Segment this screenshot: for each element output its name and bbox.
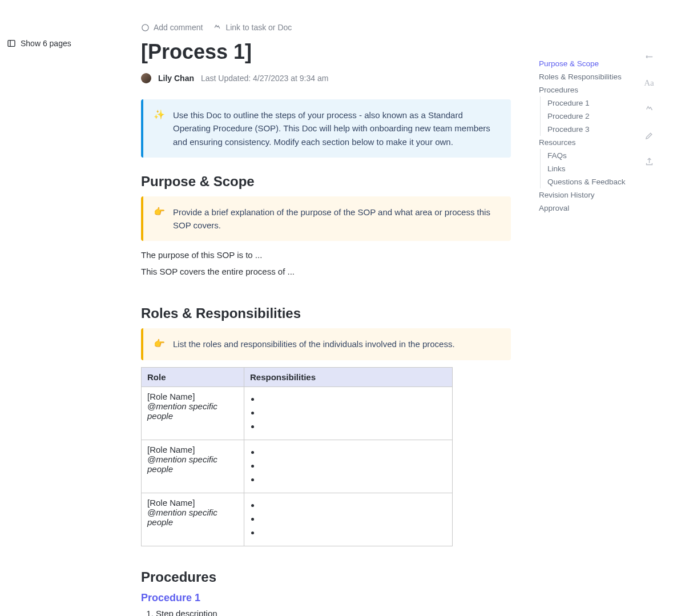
outline-link-procedure-3[interactable]: Procedure 3 <box>547 123 630 136</box>
sparkle-icon: ✨ <box>154 108 165 148</box>
responsibility-list[interactable] <box>250 394 446 433</box>
roles-table[interactable]: Role Responsibilities [Role Name]@mentio… <box>141 367 453 546</box>
width-toggle-icon[interactable] <box>644 51 654 62</box>
roles-heading[interactable]: Roles & Responsibilities <box>141 305 511 321</box>
outline-link-revision[interactable]: Revision History <box>539 188 630 202</box>
table-row[interactable]: [Role Name]@mention specific people <box>142 440 453 493</box>
role-name: [Role Name] <box>147 498 238 508</box>
show-pages-toggle[interactable]: Show 6 pages <box>7 39 71 48</box>
responsibility-list[interactable] <box>250 447 446 486</box>
author-name[interactable]: Lily Chan <box>158 74 194 83</box>
last-updated-value: 4/27/2023 at 9:34 am <box>253 74 328 83</box>
step-item[interactable]: Step description <box>156 609 511 617</box>
show-pages-label: Show 6 pages <box>21 39 71 48</box>
outline-link-faqs[interactable]: FAQs <box>547 149 630 162</box>
outline-link-resources[interactable]: Resources <box>539 136 630 149</box>
role-name: [Role Name] <box>147 392 238 401</box>
role-mention: @mention specific people <box>147 454 238 474</box>
meta-row: Lily Chan Last Updated: 4/27/2023 at 9:3… <box>141 73 511 83</box>
svg-point-2 <box>142 24 148 30</box>
doc-toolbar: Add comment Link to task or Doc <box>141 23 511 32</box>
outline-link-links[interactable]: Links <box>547 162 630 175</box>
add-comment-button[interactable]: Add comment <box>141 23 203 32</box>
outline-link-approval[interactable]: Approval <box>539 202 630 215</box>
role-name: [Role Name] <box>147 445 238 454</box>
last-updated: Last Updated: 4/27/2023 at 9:34 am <box>201 74 328 83</box>
roles-callout-text: List the roles and responsibilities of t… <box>173 337 455 351</box>
page-outline: Purpose & Scope Roles & Responsibilities… <box>539 57 630 215</box>
pointing-icon: 👉 <box>154 206 165 232</box>
last-updated-label: Last Updated: <box>201 74 251 83</box>
share-icon[interactable] <box>644 156 654 167</box>
author-avatar[interactable] <box>141 73 151 83</box>
document-main: Add comment Link to task or Doc [Process… <box>141 23 511 616</box>
outline-link-questions[interactable]: Questions & Feedback <box>547 175 630 188</box>
font-settings-icon[interactable]: Aa <box>644 78 654 88</box>
table-row[interactable]: [Role Name]@mention specific people <box>142 493 453 546</box>
outline-link-roles[interactable]: Roles & Responsibilities <box>539 70 630 83</box>
outline-link-procedure-2[interactable]: Procedure 2 <box>547 110 630 123</box>
role-mention: @mention specific people <box>147 508 238 527</box>
col-role: Role <box>142 367 244 386</box>
roles-callout[interactable]: 👉 List the roles and responsibilities of… <box>141 328 511 360</box>
comment-icon <box>141 23 150 32</box>
role-mention: @mention specific people <box>147 401 238 421</box>
table-row[interactable]: [Role Name]@mention specific people <box>142 386 453 440</box>
link-task-label: Link to task or Doc <box>225 23 292 32</box>
purpose-callout[interactable]: 👉 Provide a brief explanation of the pur… <box>141 196 511 241</box>
intro-callout[interactable]: ✨ Use this Doc to outline the steps of y… <box>141 99 511 158</box>
intro-callout-text: Use this Doc to outline the steps of you… <box>173 108 501 148</box>
col-responsibilities: Responsibilities <box>244 367 453 386</box>
purpose-heading[interactable]: Purpose & Scope <box>141 174 511 190</box>
outline-link-purpose[interactable]: Purpose & Scope <box>539 57 630 70</box>
outline-link-procedure-1[interactable]: Procedure 1 <box>547 96 630 110</box>
svg-rect-0 <box>8 41 15 47</box>
outline-link-procedures[interactable]: Procedures <box>539 83 630 96</box>
edit-icon[interactable] <box>644 130 654 140</box>
procedure-1-steps[interactable]: Step description <box>141 609 511 617</box>
purpose-body-2[interactable]: This SOP covers the entire process of ..… <box>141 265 511 279</box>
right-icon-rail: Aa <box>644 51 654 167</box>
link-task-button[interactable]: Link to task or Doc <box>213 23 292 32</box>
procedures-heading[interactable]: Procedures <box>141 569 511 585</box>
link-icon <box>213 23 221 32</box>
ai-icon[interactable] <box>644 104 654 114</box>
purpose-callout-text: Provide a brief explanation of the purpo… <box>173 206 501 232</box>
sidebar-icon <box>7 39 16 48</box>
pointing-icon: 👉 <box>154 337 165 351</box>
purpose-body-1[interactable]: The purpose of this SOP is to ... <box>141 249 511 262</box>
procedure-1-title[interactable]: Procedure 1 <box>141 592 511 604</box>
add-comment-label: Add comment <box>154 23 203 32</box>
page-title[interactable]: [Process 1] <box>141 40 511 64</box>
responsibility-list[interactable] <box>250 500 446 539</box>
